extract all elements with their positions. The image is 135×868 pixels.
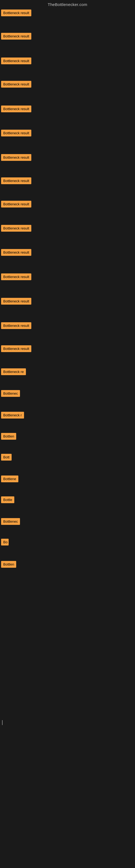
bottleneck-result-item: Bottlenec: [1, 518, 20, 525]
bottleneck-result-item: Bottleneck result: [1, 249, 31, 256]
bottleneck-result-item: Bottleneck result: [1, 33, 31, 40]
bottleneck-result-item: Bottleneck result: [1, 225, 31, 231]
bottleneck-result-item: Bottleneck result: [1, 154, 31, 161]
bottleneck-result-item: Bottlen: [1, 433, 16, 440]
bottleneck-result-item: Bottleneck result: [1, 58, 31, 64]
bottleneck-result-item: Bottleneck result: [1, 130, 31, 136]
bottleneck-result-item: Bottleneck r: [1, 412, 24, 418]
bottleneck-result-item: Bottlene: [1, 475, 18, 482]
bottleneck-result-item: Bottleneck result: [1, 298, 31, 305]
bottleneck-result-item: Bott: [1, 454, 12, 461]
bottleneck-result-item: Bottleneck result: [1, 322, 31, 329]
bottleneck-result-item: Bottleneck result: [1, 9, 31, 16]
cursor: [2, 720, 2, 725]
bottleneck-result-item: Bottlen: [1, 561, 16, 568]
bottleneck-result-item: Bottleneck result: [1, 105, 31, 112]
bottleneck-result-item: Bo: [1, 539, 9, 546]
bottleneck-result-item: Bottlenec: [1, 390, 20, 397]
bottleneck-result-item: Bottleneck re: [1, 368, 26, 375]
bottleneck-result-item: Bottleneck result: [1, 81, 31, 88]
bottleneck-result-item: Bottleneck result: [1, 177, 31, 184]
site-title: TheBottlenecker.com: [0, 0, 135, 9]
bottleneck-result-item: Bottleneck result: [1, 345, 31, 352]
bottleneck-result-item: Bottle: [1, 496, 14, 503]
bottleneck-result-item: Bottleneck result: [1, 201, 31, 208]
bottleneck-result-item: Bottleneck result: [1, 273, 31, 280]
